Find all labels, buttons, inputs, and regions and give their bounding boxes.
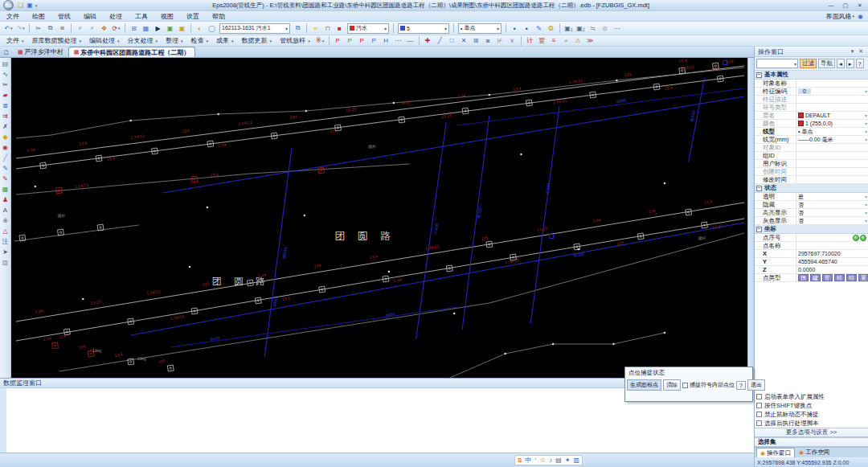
drawtool-icon-17[interactable]: 注	[1, 236, 10, 246]
maximize-button[interactable]: ▢	[839, 1, 852, 10]
ime-icon-2[interactable]: ’	[534, 457, 536, 464]
property-value[interactable]: 否▾	[796, 209, 868, 216]
toolbar2-icon-16[interactable]: ⊬	[495, 35, 506, 46]
toolbar2-menu-2[interactable]: 编辑处理▾	[85, 35, 124, 46]
chevron-down-icon[interactable]: ▾	[865, 218, 867, 223]
chevron-down-icon[interactable]: ▾	[865, 210, 867, 215]
option-checkbox-3[interactable]: 选择后执行处理脚本	[756, 419, 866, 428]
toolbar2-icon-7[interactable]: ⋯	[393, 35, 403, 46]
point-type-button-0[interactable]: 拐	[798, 274, 809, 281]
panel-tab-1[interactable]: ◉工作空间	[796, 448, 833, 457]
drawtool-icon-5[interactable]: ⇉	[1, 111, 10, 121]
ime-icon-5[interactable]: ▤	[555, 457, 562, 464]
option-checkbox-0[interactable]: 启动表单录入扩展属性	[756, 392, 866, 401]
property-value[interactable]	[796, 242, 868, 249]
toolbar1-icon-4[interactable]: ⧉	[45, 23, 55, 34]
property-value[interactable]: 是▾	[796, 193, 868, 200]
toolbar2-icon-14[interactable]: ⊞	[471, 35, 481, 46]
drawtool-icon-6[interactable]: ✗	[1, 121, 10, 131]
toolbar1-icon-16[interactable]: ▣	[177, 23, 187, 34]
toolbar1-icon-19[interactable]: ◯	[207, 23, 217, 34]
toolbar2-icon-15[interactable]: ⧆	[483, 35, 493, 46]
property-value[interactable]: 拐建窨转特更	[796, 274, 868, 281]
toolbar1-icon-14[interactable]: ▶	[153, 23, 163, 34]
menu-item-4[interactable]: 处理	[103, 11, 129, 22]
navigate-button[interactable]: 导航	[818, 59, 835, 68]
app-logo-orb[interactable]: SS	[3, 0, 14, 10]
toolbar1-icon-39[interactable]: ≒	[588, 23, 598, 34]
chevron-down-icon[interactable]: ▾	[865, 137, 867, 142]
toolbar2-icon-21[interactable]: ≡	[549, 35, 559, 46]
selection-set-button[interactable]: 选择集	[755, 437, 868, 447]
property-value[interactable]	[796, 160, 868, 167]
toolbar2-icon-13[interactable]: ✕	[459, 35, 469, 46]
ime-icon-4[interactable]: ♪	[549, 457, 552, 464]
menu-item-7[interactable]: 设置	[180, 11, 206, 22]
toolbar2-menu-6[interactable]: 成果▾	[212, 35, 238, 46]
toolbar2-menu-3[interactable]: 分支处理▾	[124, 35, 162, 46]
drawtool-icon-4[interactable]: ≣	[1, 100, 10, 110]
property-value[interactable]: 否▾	[796, 217, 868, 224]
collapse-icon[interactable]: −	[756, 72, 762, 78]
toolbar2-menu-8[interactable]: 管线放样▾	[276, 35, 314, 46]
drawtool-icon-8[interactable]: ◉	[1, 142, 10, 152]
toolbar1-icon-37[interactable]: ▣₁	[563, 23, 574, 34]
menu-item-6[interactable]: 视图	[154, 11, 180, 22]
open-file-icon[interactable]: ❏	[18, 2, 23, 9]
chevron-down-icon[interactable]: ▾	[865, 129, 867, 134]
toolbar2-icon-19[interactable]: 计	[525, 35, 535, 46]
chevron-down-icon[interactable]: ▾	[865, 121, 867, 126]
next-button[interactable]: ▸	[846, 59, 854, 68]
drawtool-icon-14[interactable]: A	[1, 205, 10, 215]
toolbar1-icon-18[interactable]: ◐	[194, 23, 205, 34]
property-value[interactable]	[796, 144, 868, 151]
menu-item-8[interactable]: 帮助	[206, 11, 231, 22]
property-value[interactable]	[796, 168, 868, 175]
toolbar2-icon-3[interactable]: P	[345, 35, 355, 46]
toolbar2-icon-11[interactable]: ╱	[435, 35, 445, 46]
checkbox-icon[interactable]	[682, 383, 688, 388]
snap-help-button[interactable]: ?	[736, 381, 746, 390]
toolbar1-icon-8[interactable]: ⌕	[87, 23, 97, 34]
chevron-down-icon[interactable]: ▾	[865, 113, 867, 118]
toolbar2-menu-4[interactable]: 整理▾	[162, 35, 187, 46]
toolbar2-icon-22[interactable]: ⌕	[561, 35, 571, 46]
property-value[interactable]	[796, 152, 868, 159]
toolbar1-icon-33[interactable]: ▪	[522, 23, 532, 34]
toolbar2-icon-4[interactable]: P	[357, 35, 367, 46]
toolbar2-icon-12[interactable]: □	[447, 35, 457, 46]
panel-splitter[interactable]	[747, 58, 754, 378]
toolbar1-icon-9[interactable]: ✥	[99, 23, 109, 34]
toolbar1-icon-10[interactable]: ⟳▾	[111, 23, 121, 34]
property-value[interactable]	[796, 234, 868, 241]
toolbar1-icon-3[interactable]: ✂	[33, 23, 43, 34]
property-value[interactable]: 0.0000	[796, 266, 868, 273]
checkbox-icon[interactable]	[756, 394, 762, 399]
save-icon[interactable]: ▣	[27, 2, 33, 9]
input-method-toolbar[interactable]: S中’☺♪▤✦▥	[514, 455, 583, 465]
collapse-icon[interactable]: −	[756, 227, 762, 232]
document-tab-0[interactable]: ▦芦洋乡洋中村	[13, 47, 68, 57]
drawtool-icon-11[interactable]: ✎	[1, 174, 10, 183]
toolbar1-icon-24[interactable]: ⊓	[322, 23, 333, 34]
property-value[interactable]	[796, 104, 868, 111]
toolbar1-icon-13[interactable]: ▦	[141, 23, 151, 34]
drawtool-icon-13[interactable]: ♟	[1, 195, 10, 204]
drawtool-icon-18[interactable]: ➤	[1, 247, 10, 256]
ime-icon-7[interactable]: ▥	[574, 457, 580, 464]
toolbar2-icon-10[interactable]: ✚	[423, 35, 433, 46]
drawtool-icon-9[interactable]: ╱	[1, 153, 10, 162]
property-value[interactable]: 否▾	[796, 201, 868, 208]
property-value[interactable]	[796, 96, 868, 103]
snap-inner-point-checkbox[interactable]: 捕捉符号内部点位	[682, 381, 735, 389]
toolbar2-icon-8[interactable]: —	[405, 35, 416, 46]
property-value[interactable]: • 单点▾	[796, 128, 868, 135]
toolbar1-icon-34[interactable]: ✎	[534, 23, 544, 34]
checkbox-icon[interactable]	[756, 403, 762, 408]
menu-item-0[interactable]: 文件	[0, 11, 26, 22]
property-value[interactable]: 455594.465740	[796, 258, 868, 265]
toolbar1-icon-7[interactable]: ⌕	[75, 23, 85, 34]
toolbar1-combo[interactable]: 162113-1631 污水1▾	[219, 23, 290, 34]
exit-button[interactable]: 退出	[747, 379, 765, 391]
point-type-button-4[interactable]: 特	[846, 274, 857, 281]
